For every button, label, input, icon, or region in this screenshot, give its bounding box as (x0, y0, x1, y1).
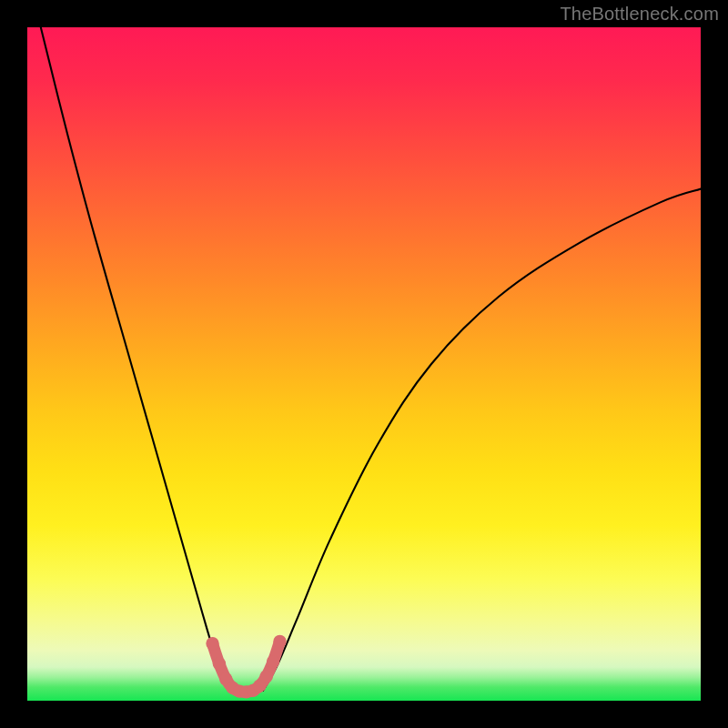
valley-dot (206, 637, 218, 650)
valley-dot (213, 657, 226, 670)
watermark-text: TheBottleneck.com (560, 4, 719, 25)
plot-area (27, 27, 701, 701)
curve-left-branch (41, 27, 233, 691)
curve-right-branch (263, 189, 701, 691)
valley-dot (267, 655, 279, 668)
chart-svg (27, 27, 701, 701)
chart-frame: TheBottleneck.com (0, 0, 728, 728)
valley-dot (260, 670, 273, 682)
valley-dot (273, 635, 286, 648)
valley-dots (206, 635, 286, 699)
